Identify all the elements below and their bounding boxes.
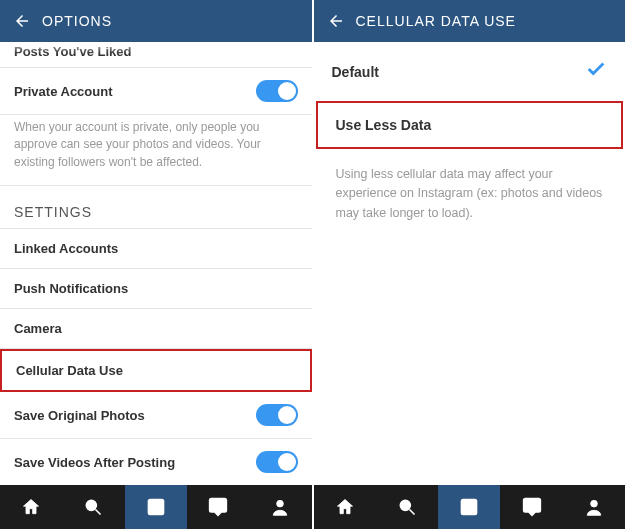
save-videos-label: Save Videos After Posting xyxy=(14,455,175,470)
use-less-data-label: Use Less Data xyxy=(336,117,432,133)
back-button[interactable] xyxy=(10,9,34,33)
tab-search[interactable] xyxy=(376,485,438,529)
use-less-data-desc: Using less cellular data may affect your… xyxy=(314,149,626,239)
profile-icon xyxy=(584,497,604,517)
private-account-label: Private Account xyxy=(14,84,113,99)
search-icon xyxy=(397,497,417,517)
private-account-toggle[interactable] xyxy=(256,80,298,102)
cellular-data-row[interactable]: Cellular Data Use xyxy=(0,349,312,392)
private-account-desc: When your account is private, only peopl… xyxy=(0,115,312,186)
svg-point-0 xyxy=(87,500,97,510)
right-tabbar xyxy=(314,485,626,529)
posts-liked-row[interactable]: Posts You've Liked xyxy=(0,42,312,61)
default-row[interactable]: Default xyxy=(314,42,626,101)
save-videos-toggle[interactable] xyxy=(256,451,298,473)
save-photos-label: Save Original Photos xyxy=(14,408,145,423)
search-icon xyxy=(83,497,103,517)
use-less-data-row[interactable]: Use Less Data xyxy=(316,101,624,149)
home-icon xyxy=(335,497,355,517)
default-label: Default xyxy=(332,64,379,80)
cellular-screen: CELLULAR DATA USE Default Use Less Data … xyxy=(314,0,628,529)
profile-icon xyxy=(270,497,290,517)
cellular-content: Default Use Less Data Using less cellula… xyxy=(314,42,626,485)
options-content: Posts You've Liked Private Account When … xyxy=(0,42,312,485)
check-icon xyxy=(585,58,607,85)
tab-home[interactable] xyxy=(0,485,62,529)
back-button[interactable] xyxy=(324,9,348,33)
save-videos-row[interactable]: Save Videos After Posting xyxy=(0,439,312,485)
tab-search[interactable] xyxy=(62,485,124,529)
options-screen: OPTIONS Posts You've Liked Private Accou… xyxy=(0,0,314,529)
camera-label: Camera xyxy=(14,321,62,336)
cellular-header: CELLULAR DATA USE xyxy=(314,0,626,42)
svg-point-3 xyxy=(152,504,159,511)
cellular-data-label: Cellular Data Use xyxy=(16,363,123,378)
back-arrow-icon xyxy=(13,12,31,30)
activity-icon xyxy=(208,497,228,517)
left-tabbar xyxy=(0,485,312,529)
options-title: OPTIONS xyxy=(42,13,112,29)
tab-profile[interactable] xyxy=(249,485,311,529)
options-header: OPTIONS xyxy=(0,0,312,42)
back-arrow-icon xyxy=(327,12,345,30)
push-notifications-label: Push Notifications xyxy=(14,281,128,296)
camera-row[interactable]: Camera xyxy=(0,309,312,349)
tab-profile[interactable] xyxy=(563,485,625,529)
camera-icon xyxy=(146,497,166,517)
svg-line-6 xyxy=(409,510,414,515)
tab-activity[interactable] xyxy=(187,485,249,529)
linked-accounts-row[interactable]: Linked Accounts xyxy=(0,229,312,269)
tab-camera[interactable] xyxy=(125,485,187,529)
svg-point-5 xyxy=(400,500,410,510)
svg-point-8 xyxy=(466,504,473,511)
activity-icon xyxy=(522,497,542,517)
save-photos-row[interactable]: Save Original Photos xyxy=(0,392,312,439)
cellular-title: CELLULAR DATA USE xyxy=(356,13,516,29)
save-photos-toggle[interactable] xyxy=(256,404,298,426)
tab-activity[interactable] xyxy=(500,485,562,529)
camera-icon xyxy=(459,497,479,517)
linked-accounts-label: Linked Accounts xyxy=(14,241,118,256)
home-icon xyxy=(21,497,41,517)
push-notifications-row[interactable]: Push Notifications xyxy=(0,269,312,309)
tab-camera[interactable] xyxy=(438,485,500,529)
svg-line-1 xyxy=(96,510,101,515)
svg-point-9 xyxy=(590,500,597,507)
tab-home[interactable] xyxy=(314,485,376,529)
private-account-row[interactable]: Private Account xyxy=(0,68,312,115)
svg-point-4 xyxy=(277,500,284,507)
settings-section-header: SETTINGS xyxy=(0,186,312,229)
